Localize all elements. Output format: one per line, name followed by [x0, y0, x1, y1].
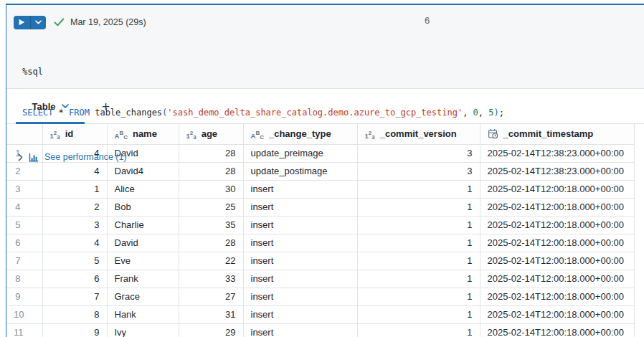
table-row: 97Grace27insert12025-02-14T12:00:18.000+…: [6, 288, 634, 305]
chevron-down-icon: [62, 104, 69, 108]
table-cell-commit_version: 1: [357, 198, 480, 216]
table-cell-id: 2: [42, 198, 107, 216]
row-number: 3: [6, 180, 42, 198]
table-row: 108Hank31insert12025-02-14T12:00:18.000+…: [6, 305, 634, 323]
table-cell-id: 3: [42, 216, 107, 234]
table-row: 64David28insert12025-02-14T12:00:18.000+…: [6, 234, 634, 252]
row-number: 9: [6, 288, 42, 305]
table-cell-commit_timestamp: 2025-02-14T12:00:18.000+00:00: [480, 252, 634, 270]
table-cell-age: 33: [179, 270, 243, 288]
results-tab-bar: Table +: [6, 89, 644, 124]
see-performance-link[interactable]: See performance (1): [44, 152, 127, 162]
table-cell-age: 29: [179, 323, 243, 337]
table-cell-commit_timestamp: 2025-02-14T12:00:18.000+00:00: [480, 180, 634, 198]
table-cell-age: 22: [179, 252, 243, 270]
row-number: 11: [6, 323, 42, 337]
success-check-icon: [54, 18, 65, 27]
table-cell-age: 31: [179, 305, 243, 323]
table-cell-commit_timestamp: 2025-02-14T12:00:18.000+00:00: [480, 305, 634, 323]
performance-row: See performance (1): [18, 149, 644, 165]
table-cell-id: 6: [42, 270, 107, 288]
chevron-down-icon[interactable]: [31, 16, 45, 29]
play-icon[interactable]: [14, 16, 30, 29]
table-cell-name: Hank: [107, 305, 179, 323]
row-number: 4: [6, 198, 42, 216]
table-cell-id: 9: [42, 323, 107, 337]
last-run-timestamp: Mar 19, 2025 (29s): [70, 17, 146, 27]
table-cell-name: Frank: [107, 270, 179, 288]
tab-table[interactable]: Table: [16, 89, 85, 123]
table-cell-commit_timestamp: 2025-02-14T12:00:18.000+00:00: [480, 270, 634, 288]
table-cell-commit_version: 1: [357, 323, 480, 337]
table-cell-commit_timestamp: 2025-02-14T12:00:18.000+00:00: [480, 216, 634, 234]
cell-execution-number: 6: [425, 15, 430, 26]
table-cell-age: 25: [179, 198, 243, 216]
table-cell-commit_timestamp: 2025-02-14T12:00:18.000+00:00: [480, 323, 634, 337]
table-cell-name: Alice: [107, 180, 179, 198]
cell-command-area: Mar 19, 2025 (29s) 6 %sql SELECT * FROM …: [6, 5, 644, 89]
row-number: 5: [6, 216, 42, 234]
table-cell-commit_version: 1: [357, 234, 480, 252]
chevron-right-icon[interactable]: [18, 153, 23, 161]
table-cell-name: Ivy: [107, 323, 179, 337]
table-cell-id: 1: [42, 180, 107, 198]
table-cell-change_type: insert: [243, 288, 357, 305]
row-number: 7: [6, 252, 42, 270]
table-cell-change_type: insert: [243, 252, 357, 270]
add-tab-button[interactable]: +: [102, 100, 110, 113]
table-cell-change_type: insert: [243, 180, 357, 198]
magic-command[interactable]: %sql: [22, 65, 644, 79]
table-cell-commit_version: 1: [357, 216, 480, 234]
table-cell-commit_timestamp: 2025-02-14T12:00:18.000+00:00: [480, 288, 634, 305]
row-number: 6: [6, 234, 42, 252]
table-row: 42Bob25insert12025-02-14T12:00:18.000+00…: [6, 198, 634, 216]
table-cell-age: 30: [179, 180, 243, 198]
bar-chart-icon: [29, 153, 39, 162]
table-cell-commit_timestamp: 2025-02-14T12:00:18.000+00:00: [480, 234, 634, 252]
table-cell-age: 35: [179, 216, 243, 234]
table-cell-age: 27: [179, 288, 243, 305]
table-cell-id: 8: [42, 305, 107, 323]
table-row: 86Frank33insert12025-02-14T12:00:18.000+…: [6, 270, 634, 288]
table-cell-name: David: [107, 234, 179, 252]
notebook-cell: Mar 19, 2025 (29s) 6 %sql SELECT * FROM …: [6, 4, 644, 337]
cell-header: Mar 19, 2025 (29s) 6: [6, 11, 644, 34]
table-cell-name: Charlie: [107, 216, 179, 234]
table-cell-id: 5: [42, 252, 107, 270]
run-button[interactable]: [14, 16, 46, 29]
table-cell-commit_version: 1: [357, 288, 480, 305]
tab-table-label: Table: [32, 101, 56, 112]
table-cell-commit_version: 1: [357, 270, 480, 288]
table-cell-name: Eve: [107, 252, 179, 270]
table-cell-change_type: insert: [243, 216, 357, 234]
table-cell-name: Bob: [107, 198, 179, 216]
table-cell-age: 28: [179, 234, 243, 252]
table-row: 53Charlie35insert12025-02-14T12:00:18.00…: [6, 216, 634, 234]
row-number: 10: [6, 305, 42, 323]
table-cell-change_type: insert: [243, 198, 357, 216]
table-row: 119Ivy29insert12025-02-14T12:00:18.000+0…: [6, 323, 634, 337]
table-cell-name: Grace: [107, 288, 179, 305]
table-cell-id: 7: [42, 288, 107, 305]
table-row: 75Eve22insert12025-02-14T12:00:18.000+00…: [6, 252, 634, 270]
table-cell-change_type: insert: [243, 234, 357, 252]
table-cell-change_type: insert: [243, 305, 357, 323]
table-cell-commit_version: 1: [357, 305, 480, 323]
table-cell-commit_timestamp: 2025-02-14T12:00:18.000+00:00: [480, 198, 634, 216]
table-row: 31Alice30insert12025-02-14T12:00:18.000+…: [6, 180, 634, 198]
table-cell-change_type: insert: [243, 323, 357, 337]
table-cell-id: 4: [42, 234, 107, 252]
table-cell-commit_version: 1: [357, 252, 480, 270]
row-number: 8: [6, 270, 42, 288]
table-cell-change_type: insert: [243, 270, 357, 288]
table-cell-commit_version: 1: [357, 180, 480, 198]
